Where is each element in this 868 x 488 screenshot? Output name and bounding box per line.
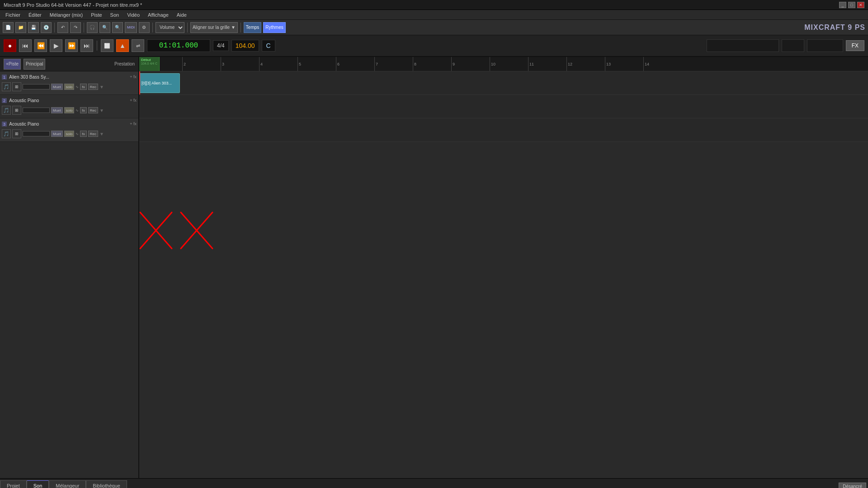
loop-button[interactable]: ⬜ bbox=[101, 39, 113, 52]
close-button[interactable]: ✕ bbox=[857, 2, 864, 8]
add-track-button[interactable]: +Piste bbox=[4, 59, 21, 70]
align-dropdown-button[interactable]: Aligner sur la grille ▼ bbox=[190, 22, 238, 33]
timeline-ruler: Début 104.0 4/4 C 2 3 4 5 6 7 8 9 10 11 … bbox=[139, 57, 868, 71]
clip-1-label: [0][3] Alien 303... bbox=[142, 81, 172, 85]
maximize-button[interactable]: □ bbox=[848, 2, 855, 8]
volume-dropdown[interactable]: Volume bbox=[156, 22, 184, 33]
menu-aide[interactable]: Aide bbox=[173, 11, 190, 19]
time-sig-display[interactable]: 4/4 bbox=[213, 40, 229, 51]
app-title: Mixcraft 9 Pro Studio 64-bit Version 447… bbox=[4, 2, 142, 8]
track-3-rec[interactable]: Rec bbox=[88, 131, 98, 137]
track-2-mute[interactable]: Muet bbox=[51, 107, 63, 113]
key-display[interactable]: C bbox=[262, 40, 275, 52]
track-2-icon[interactable]: 🎵 bbox=[2, 106, 11, 115]
tab-bibliotheque[interactable]: Bibliothèque bbox=[86, 480, 127, 488]
track-1-dropdown[interactable]: ▼ bbox=[99, 84, 104, 89]
sep1 bbox=[54, 23, 55, 33]
search1-button[interactable]: 🔍 bbox=[99, 22, 110, 33]
track-2-mixer[interactable]: ⊞ bbox=[12, 106, 21, 115]
burn-button[interactable]: 💿 bbox=[41, 22, 52, 33]
track-3-controls: 🎵 ⊞ Muet solo ∿ fx Rec ▼ bbox=[2, 129, 137, 138]
ruler-mark-11: 11 bbox=[528, 57, 534, 71]
track-3-mixer[interactable]: ⊞ bbox=[12, 129, 21, 138]
ruler-mark-9: 9 bbox=[451, 57, 455, 71]
headphone-button[interactable]: 🎧 bbox=[87, 22, 98, 33]
save-button[interactable]: 💾 bbox=[28, 22, 39, 33]
track-1-controls: 🎵 ⊞ Muet solo ∿ fx Rec ▼ bbox=[2, 82, 137, 91]
desancrer-button[interactable]: Désancré bbox=[839, 483, 866, 488]
midi-button[interactable]: MIDI bbox=[125, 22, 137, 33]
menu-piste[interactable]: Piste bbox=[87, 11, 105, 19]
track-2-num: 2 bbox=[2, 98, 7, 103]
track-3-fx[interactable]: fx bbox=[80, 131, 86, 137]
track-3-add[interactable]: + fx bbox=[130, 122, 137, 126]
track-3-dropdown[interactable]: ▼ bbox=[99, 131, 104, 136]
position-display[interactable]: 01:01.000 bbox=[147, 39, 210, 52]
app-logo: MIXCRAFT 9 PS bbox=[804, 23, 865, 32]
track-3-wave: ∿ bbox=[75, 132, 79, 136]
play-button[interactable]: ▶ bbox=[50, 39, 62, 52]
track-3-name: 3 Acoustic Piano + fx bbox=[2, 122, 137, 127]
track-1-icon[interactable]: 🎵 bbox=[2, 82, 11, 91]
menu-mélanger[interactable]: Mélanger (mix) bbox=[46, 11, 86, 19]
undo-button[interactable]: ↶ bbox=[57, 22, 68, 33]
goto-start-button[interactable]: ⏮ bbox=[19, 39, 32, 52]
new-button[interactable]: 📄 bbox=[3, 22, 14, 33]
goto-end-button[interactable]: ⏭ bbox=[80, 39, 93, 52]
minimize-button[interactable]: _ bbox=[839, 2, 846, 8]
master-fader[interactable] bbox=[807, 39, 843, 52]
bottom-panel: Projet Son Mélangeur Bibliothèque Désanc… bbox=[0, 478, 868, 488]
debut-marker: Début 104.0 4/4 C bbox=[139, 57, 160, 71]
principal-button[interactable]: Principal bbox=[24, 59, 45, 70]
clip-1[interactable]: [0][3] Alien 303... bbox=[139, 73, 180, 93]
track-2-solo[interactable]: solo bbox=[64, 107, 75, 113]
track-1-mixer[interactable]: ⊞ bbox=[12, 82, 21, 91]
main-toolbar: 📄 📁 💾 💿 ↶ ↷ 🎧 🔍 🔍 MIDI ⚙ Volume Aligner … bbox=[0, 20, 868, 35]
open-button[interactable]: 📁 bbox=[15, 22, 26, 33]
menu-editer[interactable]: Éditer bbox=[25, 11, 45, 19]
track-2-fader[interactable] bbox=[23, 108, 50, 113]
settings-button[interactable]: ⚙ bbox=[139, 22, 150, 33]
tab-projet[interactable]: Projet bbox=[0, 480, 27, 488]
track-lane-2 bbox=[139, 95, 868, 118]
menu-video[interactable]: Vidéo bbox=[123, 11, 143, 19]
fx-button[interactable]: FX bbox=[846, 40, 864, 51]
track-1-add[interactable]: + fx bbox=[130, 75, 137, 79]
sep5 bbox=[241, 23, 241, 33]
track-2-dropdown[interactable]: ▼ bbox=[99, 108, 104, 113]
search2-button[interactable]: 🔍 bbox=[112, 22, 123, 33]
ruler-mark-14: 14 bbox=[643, 57, 649, 71]
track-lane-1: [0][3] Alien 303... bbox=[139, 71, 868, 95]
track-3-solo[interactable]: solo bbox=[64, 131, 75, 137]
tab-melangeur[interactable]: Mélangeur bbox=[49, 480, 86, 488]
track-2-rec[interactable]: Rec bbox=[88, 107, 98, 113]
menu-affichage[interactable]: Affichage bbox=[144, 11, 172, 19]
sep4 bbox=[187, 23, 188, 33]
ruler-mark-7: 7 bbox=[374, 57, 378, 71]
track-2-add[interactable]: + fx bbox=[130, 98, 137, 103]
rewind-button[interactable]: ⏪ bbox=[34, 39, 47, 52]
track-3-icon[interactable]: 🎵 bbox=[2, 129, 11, 138]
punch-button[interactable]: ⇌ bbox=[132, 39, 144, 52]
track-1-fader[interactable] bbox=[23, 84, 50, 89]
redo-button[interactable]: ↷ bbox=[70, 22, 81, 33]
ruler-mark-3: 3 bbox=[221, 57, 224, 71]
track-1-mute[interactable]: Muet bbox=[51, 84, 63, 90]
ruler-mark-10: 10 bbox=[490, 57, 495, 71]
record-button[interactable]: ● bbox=[4, 39, 16, 52]
tab-son[interactable]: Son bbox=[27, 480, 49, 488]
metronome-button[interactable]: ▲ bbox=[116, 39, 129, 52]
menu-fichier[interactable]: Fichier bbox=[2, 11, 24, 19]
rythmes-button[interactable]: Rythmes bbox=[263, 22, 285, 33]
temps-button[interactable]: Temps bbox=[244, 22, 261, 33]
menu-son[interactable]: Son bbox=[107, 11, 123, 19]
track-1-fx[interactable]: fx bbox=[80, 84, 86, 90]
track-1-solo[interactable]: solo bbox=[64, 84, 75, 90]
track-3-fader[interactable] bbox=[23, 131, 50, 136]
track-1-rec[interactable]: Rec bbox=[88, 84, 98, 90]
fast-forward-button[interactable]: ⏩ bbox=[65, 39, 78, 52]
track-2-fx[interactable]: fx bbox=[80, 107, 86, 113]
tempo-display[interactable]: 104.00 bbox=[231, 40, 259, 52]
track-2-name: 2 Acoustic Piano + fx bbox=[2, 98, 137, 103]
track-3-mute[interactable]: Muet bbox=[51, 131, 63, 137]
